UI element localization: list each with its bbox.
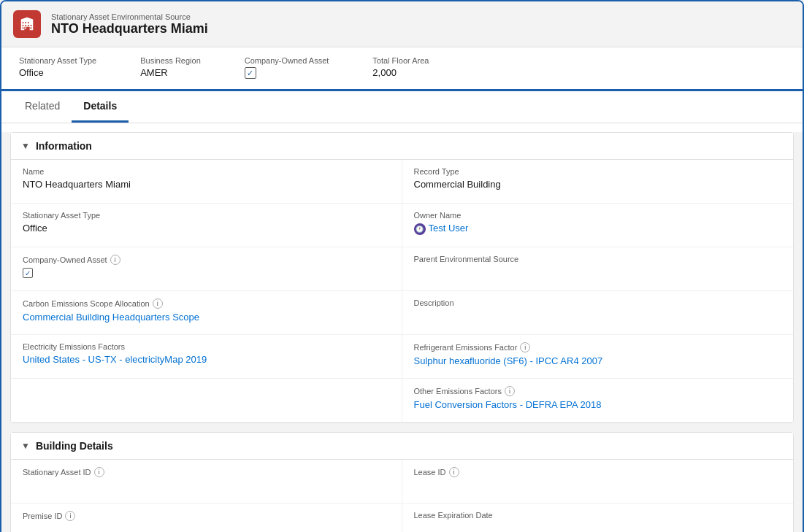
tabs-bar: Related Details [1, 91, 803, 123]
info-icon-lease-id[interactable]: i [449, 467, 459, 477]
summary-label-asset-type: Stationary Asset Type [19, 56, 96, 65]
building-fields-grid: Stationary Asset ID i ✏ Lease ID i ✏ [11, 460, 793, 532]
info-icon-company-owned[interactable]: i [110, 255, 120, 265]
field-label-other-factors: Other Emissions Factors i [414, 386, 782, 396]
info-icon-carbon-scope[interactable]: i [153, 298, 163, 309]
header-subtitle: Stationary Asset Environmental Source [51, 12, 208, 21]
app-container: Stationary Asset Environmental Source NT… [0, 0, 804, 532]
summary-field-region: Business Region AMER [140, 56, 201, 79]
field-label-lease-expiration: Lease Expiration Date [414, 511, 782, 520]
summary-field-asset-type: Stationary Asset Type Office [19, 56, 96, 79]
field-label-record-type: Record Type [414, 167, 782, 176]
section-building-details-header[interactable]: ▼ Building Details [11, 433, 793, 460]
field-description: Description ✏ [402, 291, 794, 335]
field-label-refrigerant-factors: Refrigerant Emissions Factor i [414, 342, 782, 352]
tab-related[interactable]: Related [13, 91, 72, 123]
summary-label-owned: Company-Owned Asset [245, 56, 329, 65]
field-other-factors: Other Emissions Factors i Fuel Conversio… [402, 379, 794, 423]
content-area: ▼ Information Name NTO Headquarters Miam… [1, 132, 803, 532]
building-icon [19, 16, 35, 32]
user-avatar-icon: 🕐 [414, 223, 426, 235]
field-label-company-owned: Company-Owned Asset i [23, 255, 390, 265]
field-premise-id: Premise ID i ✏ [11, 504, 402, 532]
field-stationary-asset-id: Stationary Asset ID i ✏ [11, 460, 402, 504]
owner-link[interactable]: Test User [429, 223, 469, 234]
header-text: Stationary Asset Environmental Source NT… [51, 12, 208, 36]
company-owned-checkbox [245, 67, 256, 79]
chevron-building-details: ▼ [21, 441, 30, 451]
summary-value-region: AMER [140, 67, 201, 78]
field-lease-id: Lease ID i ✏ [402, 460, 794, 504]
carbon-scope-link[interactable]: Commercial Building Headquarters Scope [23, 312, 199, 323]
field-electricity-factors: Electricity Emissions Factors United Sta… [11, 335, 402, 379]
info-icon-stationary-asset-id[interactable]: i [94, 467, 104, 477]
summary-label-floor-area: Total Floor Area [372, 56, 429, 65]
section-information-header[interactable]: ▼ Information [11, 133, 793, 160]
info-icon-refrigerant[interactable]: i [520, 342, 530, 352]
information-fields-grid: Name NTO Headquarters Miami ✏ Record Typ… [11, 160, 793, 423]
summary-label-region: Business Region [140, 56, 201, 65]
tab-details[interactable]: Details [72, 91, 129, 123]
field-owner-name: Owner Name 🕐Test User ✏ [402, 204, 794, 247]
summary-field-owned: Company-Owned Asset [245, 56, 329, 79]
summary-value-floor-area: 2,000 [372, 67, 429, 78]
field-label-electricity-factors: Electricity Emissions Factors [23, 342, 390, 351]
field-label-stationary-asset-id: Stationary Asset ID i [23, 467, 390, 477]
header-title: NTO Headquarters Miami [51, 21, 208, 36]
summary-field-floor-area: Total Floor Area 2,000 [372, 56, 429, 79]
field-label-premise-id: Premise ID i [23, 511, 390, 521]
field-value-owner-name: 🕐Test User [414, 223, 782, 235]
field-name: Name NTO Headquarters Miami ✏ [11, 160, 402, 204]
field-lease-expiration: Lease Expiration Date ✏ [402, 504, 794, 532]
field-label-owner-name: Owner Name [414, 211, 782, 220]
field-company-owned: Company-Owned Asset i ✏ [11, 247, 402, 291]
field-value-record-type: Commercial Building [414, 179, 782, 190]
refrigerant-factors-link[interactable]: Sulphur hexafluoride (SF6) - IPCC AR4 20… [414, 355, 603, 366]
field-label-name: Name [23, 167, 390, 176]
header: Stationary Asset Environmental Source NT… [1, 1, 803, 47]
field-record-type: Record Type Commercial Building ✏ [402, 160, 794, 204]
info-icon-other-factors[interactable]: i [505, 386, 515, 396]
field-stationary-asset-type: Stationary Asset Type Office ✏ [11, 204, 402, 247]
field-label-carbon-scope: Carbon Emissions Scope Allocation i [23, 298, 390, 309]
summary-bar: Stationary Asset Type Office Business Re… [1, 47, 803, 91]
other-factors-link[interactable]: Fuel Conversion Factors - DEFRA EPA 2018 [414, 399, 602, 410]
field-refrigerant-factors: Refrigerant Emissions Factor i Sulphur h… [402, 335, 794, 379]
field-label-description: Description [414, 298, 782, 307]
section-building-details-title: Building Details [36, 440, 113, 452]
field-carbon-scope: Carbon Emissions Scope Allocation i Comm… [11, 291, 402, 335]
field-label-parent-env-source: Parent Environmental Source [414, 255, 782, 263]
header-icon [13, 10, 41, 38]
info-icon-premise-id[interactable]: i [65, 511, 75, 521]
company-owned-field-checkbox [23, 268, 33, 278]
chevron-information: ▼ [21, 141, 30, 151]
field-value-name: NTO Headquarters Miami [23, 179, 390, 190]
field-value-stationary-asset-type: Office [23, 223, 390, 234]
section-information: ▼ Information Name NTO Headquarters Miam… [10, 132, 794, 423]
section-information-title: Information [36, 140, 92, 152]
electricity-factors-link[interactable]: United States - US-TX - electricityMap 2… [23, 354, 207, 365]
section-building-details: ▼ Building Details Stationary Asset ID i… [10, 432, 794, 532]
field-empty [11, 379, 402, 423]
field-label-stationary-asset-type: Stationary Asset Type [23, 211, 390, 220]
summary-value-asset-type: Office [19, 67, 96, 78]
field-label-lease-id: Lease ID i [414, 467, 782, 477]
field-parent-env-source: Parent Environmental Source ✏ [402, 247, 794, 291]
